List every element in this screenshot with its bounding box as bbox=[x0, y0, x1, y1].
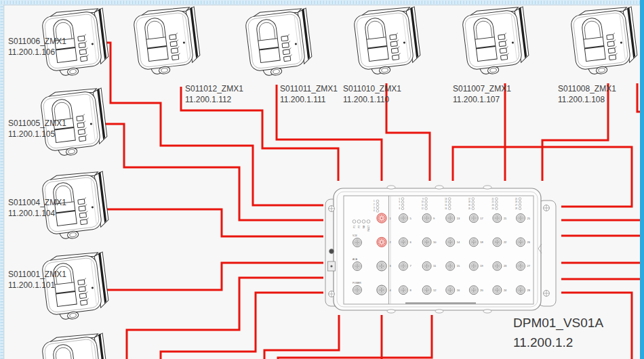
switch-text: 25 bbox=[527, 217, 531, 220]
m12-port-27 bbox=[517, 261, 525, 270]
m12-port-25 bbox=[517, 214, 525, 223]
device-partial-1[interactable] bbox=[41, 332, 110, 359]
device-S011004_ZMX1[interactable] bbox=[41, 170, 110, 241]
diagram-canvas: P1P2RMFAULT12341234V.24ACAPOWER567856789… bbox=[0, 0, 644, 359]
switch-text: 14 bbox=[457, 240, 460, 244]
device-S011011_ZMX1[interactable] bbox=[245, 7, 314, 78]
screw-icon bbox=[544, 291, 550, 297]
screw-icon bbox=[329, 206, 335, 212]
m12-port-6 bbox=[399, 238, 408, 247]
switch-text: 18 bbox=[480, 240, 483, 244]
m12-port-16 bbox=[446, 286, 455, 295]
switch-text: 24 bbox=[504, 289, 507, 292]
port-led-9 bbox=[425, 198, 428, 200]
m12-port-28 bbox=[517, 286, 525, 295]
switch-text: 26 bbox=[527, 240, 531, 244]
switch-text: V.24 bbox=[353, 234, 357, 237]
m12-port-24 bbox=[493, 286, 502, 295]
clip bbox=[435, 310, 443, 313]
port-led-28 bbox=[519, 207, 521, 210]
port-led-21 bbox=[496, 198, 498, 200]
wire-right-5[interactable] bbox=[561, 293, 632, 359]
wire-S011011_ZMX1[interactable] bbox=[277, 85, 382, 181]
switch-text: 17 bbox=[480, 217, 483, 220]
m12-port-11 bbox=[422, 261, 431, 270]
device-S011007_ZMX1[interactable] bbox=[462, 5, 531, 77]
switch-text: ACA bbox=[353, 258, 358, 261]
port-led-12 bbox=[425, 207, 428, 210]
aux-port-POWER bbox=[353, 286, 362, 295]
led bbox=[376, 207, 379, 209]
m12-port-15 bbox=[446, 261, 455, 270]
switch-text: 23 bbox=[504, 264, 507, 268]
led bbox=[376, 203, 379, 206]
status-led-P2 bbox=[357, 220, 361, 224]
device-S011006_ZMX1[interactable] bbox=[41, 7, 110, 78]
m12-port-9 bbox=[422, 214, 431, 223]
status-led-FAULT bbox=[367, 220, 370, 224]
switch-text: 13 bbox=[457, 217, 460, 220]
m12-port-19 bbox=[469, 261, 478, 270]
m12-port-21 bbox=[493, 214, 502, 223]
diagram-scene: P1P2RMFAULT12341234V.24ACAPOWER567856789… bbox=[0, 0, 644, 359]
switch-text: 22 bbox=[504, 240, 507, 244]
port-led-27 bbox=[519, 204, 521, 207]
port-led-20 bbox=[472, 207, 475, 210]
right-scrollbar[interactable] bbox=[640, 0, 644, 359]
wire-S011008_ZMX1[interactable] bbox=[542, 83, 608, 181]
m12-port-2 bbox=[377, 237, 386, 247]
device-S011010_ZMX1[interactable] bbox=[353, 5, 422, 77]
led bbox=[376, 210, 379, 213]
port-led-16 bbox=[448, 207, 451, 210]
switch-text: 20 bbox=[480, 289, 483, 292]
switch-text: 10 bbox=[433, 240, 437, 244]
wire-bottom-1[interactable] bbox=[264, 315, 339, 359]
port-led-19 bbox=[472, 204, 475, 207]
clamp-screw bbox=[329, 249, 334, 254]
m12-port-23 bbox=[493, 261, 502, 270]
m12-port-8 bbox=[399, 286, 408, 295]
wire-S011010_ZMX1[interactable] bbox=[386, 83, 430, 181]
switch-text: 27 bbox=[527, 264, 531, 268]
m12-port-4 bbox=[377, 285, 386, 295]
device-S011005_ZMX1[interactable] bbox=[40, 87, 109, 158]
switch-text: 19 bbox=[480, 264, 483, 268]
m12-port-14 bbox=[446, 238, 455, 247]
wire-bottom-left-b[interactable] bbox=[161, 293, 323, 359]
status-led-P1 bbox=[353, 220, 356, 224]
port-led-17 bbox=[472, 198, 475, 200]
port-led-22 bbox=[496, 201, 498, 204]
port-led-15 bbox=[448, 204, 451, 207]
aux-port-V.24 bbox=[353, 238, 362, 247]
m12-port-1 bbox=[377, 213, 386, 223]
clamp-dot bbox=[330, 265, 332, 267]
port-led-13 bbox=[448, 198, 451, 200]
switch-text: P2 bbox=[358, 226, 361, 228]
status-led-RM bbox=[362, 220, 365, 224]
wire-bottom-3[interactable] bbox=[278, 315, 432, 359]
port-led-18 bbox=[472, 201, 475, 204]
m12-port-5 bbox=[399, 214, 408, 223]
port-led-24 bbox=[496, 207, 498, 210]
port-led-5 bbox=[401, 198, 404, 200]
port-led-10 bbox=[425, 201, 428, 204]
screw-icon bbox=[329, 291, 335, 297]
wire-S011004_ZMX1[interactable] bbox=[105, 209, 323, 236]
m12-port-3 bbox=[377, 261, 386, 271]
clip bbox=[387, 310, 395, 313]
m12-port-7 bbox=[399, 261, 408, 270]
device-S011008_ZMX1[interactable] bbox=[570, 5, 639, 77]
switch-text: 15 bbox=[457, 264, 460, 268]
device-S011012_ZMX1[interactable] bbox=[133, 5, 202, 77]
device-S011001_ZMX1[interactable] bbox=[41, 251, 110, 322]
m12-port-22 bbox=[493, 238, 502, 247]
port-led-7 bbox=[401, 204, 404, 207]
clip bbox=[435, 186, 443, 189]
switch-text: 28 bbox=[527, 289, 531, 292]
screw-icon bbox=[544, 205, 550, 211]
wire-S011001_ZMX1[interactable] bbox=[105, 263, 323, 290]
switch-device[interactable]: P1P2RMFAULT12341234V.24ACAPOWER567856789… bbox=[325, 186, 556, 313]
clip bbox=[387, 186, 395, 189]
aux-port-ACA bbox=[353, 262, 362, 271]
port-led-6 bbox=[401, 201, 404, 204]
